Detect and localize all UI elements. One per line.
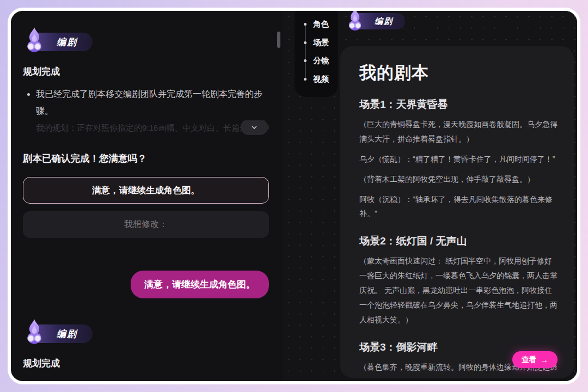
flame-agent-avatar-icon: [344, 8, 366, 32]
message-bullets: 我已经完成了剧本移交编剧团队并完成第一轮剧本完善的步骤。: [23, 85, 269, 119]
agent-message-1: 编剧 规划完成 我已经完成了剧本移交编剧团队并完成第一轮剧本完善的步骤。 我的规…: [23, 33, 269, 238]
message-bullets: 导演，您确认对已完成的剧本满意，接下来要推进角色图生成的工作对吧？: [23, 377, 269, 384]
agent-badge: 编剧: [30, 33, 93, 51]
agent-badge: 编剧: [30, 324, 93, 343]
step-nav-item-2[interactable]: 场景: [304, 34, 338, 52]
step-nav-item-3[interactable]: 分镜: [304, 52, 338, 70]
scene-paragraph: 乌夕（慌乱）：“糟了糟了！黄昏卡住了，凡间时间停了！”: [359, 152, 558, 167]
scene-paragraph: 阿牧（沉稳）：“轴承坏了，得去凡间收集散落的暮色来修补。”: [359, 192, 558, 222]
satisfied-continue-button[interactable]: 满意，请继续生成角色图。: [23, 177, 269, 204]
script-card: 我的剧本 场景1：天界黄昏晷（巨大的青铜晷盘卡死，漫天晚霞如画卷般凝固。乌夕急得…: [340, 46, 574, 378]
view-button[interactable]: 查看 →: [512, 351, 558, 368]
flame-agent-avatar-icon: [22, 26, 47, 53]
collapsed-preview-text: 我的规划：正在对照你指定的9:16画幅、中文对白、长篇规格完善剧本……: [23, 120, 269, 136]
flame-agent-avatar-icon: [22, 318, 47, 345]
confirm-question: 剧本已确认完成！您满意吗？: [23, 152, 269, 165]
agent-badge: 编剧: [352, 13, 405, 29]
chevron-down-icon: [250, 123, 259, 132]
step-nav-item-4[interactable]: 视频: [304, 70, 338, 89]
scene-list: 场景1：天界黄昏晷（巨大的青铜晷盘卡死，漫天晚霞如画卷般凝固。乌夕急得满头大汗，…: [359, 97, 558, 378]
modify-button[interactable]: 我想修改：: [23, 211, 269, 238]
script-title: 我的剧本: [359, 62, 558, 84]
view-button-label: 查看: [522, 355, 536, 365]
user-message-row: 满意，请继续生成角色图。: [23, 271, 269, 298]
stage-agent-badge-wrap: 编剧: [346, 13, 405, 29]
agent-message-2: 编剧 规划完成 导演，您确认对已完成的剧本满意，接下来要推进角色图生成的工作对吧…: [23, 324, 269, 384]
scene-paragraph: （巨大的青铜晷盘卡死，漫天晚霞如画卷般凝固。乌夕急得满头大汗，拼命推着晷盘指针。…: [359, 117, 558, 146]
step-nav-item-1[interactable]: 角色: [304, 15, 338, 34]
scene-heading-2: 场景2：纸灯国 / 无声山: [359, 234, 558, 248]
scene-paragraph: （背着木工架的阿牧凭空出现，伸手敲了敲晷盘。）: [359, 172, 558, 187]
script-stage: 角色场景分镜视频 编剧 我的剧本 场景1：天界黄昏晷（巨大的青铜晷盘卡死，漫天晚…: [283, 11, 577, 381]
scene-paragraph: （蒙太奇画面快速闪过： 纸灯国半空中，阿牧用刨子修好一盏巨大的朱红纸灯，一缕暮色…: [359, 254, 558, 327]
step-nav-label: 分镜: [313, 56, 329, 66]
chat-panel: 编剧 规划完成 我已经完成了剧本移交编剧团队并完成第一轮剧本完善的步骤。 我的规…: [11, 11, 283, 381]
status-text: 规划完成: [23, 357, 269, 370]
scene-heading-1: 场景1：天界黄昏晷: [359, 97, 558, 112]
step-nav-label: 角色: [313, 19, 329, 29]
step-dot-icon: [304, 23, 307, 26]
step-dot-icon: [304, 59, 307, 62]
step-dot-icon: [304, 41, 307, 44]
collapsed-preview-row: 我的规划：正在对照你指定的9:16画幅、中文对白、长篇规格完善剧本……: [23, 120, 269, 136]
step-nav-label: 场景: [313, 38, 329, 48]
app-surface: 编剧 规划完成 我已经完成了剧本移交编剧团队并完成第一轮剧本完善的步骤。 我的规…: [8, 8, 580, 384]
bullet-item: 导演，您确认对已完成的剧本满意，接下来要推进角色图生成的工作对吧？: [36, 377, 269, 384]
step-dot-icon: [304, 78, 307, 81]
collapse-button[interactable]: [241, 120, 268, 135]
arrow-right-icon: →: [540, 356, 548, 364]
bullet-item: 我已经完成了剧本移交编剧团队并完成第一轮剧本完善的步骤。: [36, 85, 269, 119]
status-text: 规划完成: [23, 65, 269, 78]
chat-scrollbar-thumb[interactable]: [277, 32, 280, 48]
step-nav-label: 视频: [313, 74, 329, 84]
pipeline-step-nav: 角色场景分镜视频: [295, 8, 338, 97]
window-frame: 编剧 规划完成 我已经完成了剧本移交编剧团队并完成第一轮剧本完善的步骤。 我的规…: [0, 0, 588, 392]
user-message-bubble: 满意，请继续生成角色图。: [131, 271, 269, 298]
